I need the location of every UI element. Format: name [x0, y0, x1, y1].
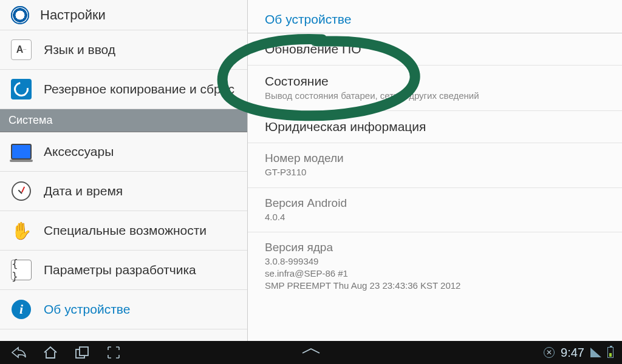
row-value: 4.0.4 — [265, 211, 605, 223]
row-software-update[interactable]: Обновление ПО — [248, 33, 622, 66]
wifi-icon — [590, 348, 601, 357]
sidebar-section-system: Система — [0, 109, 247, 132]
content-area: Настройки A_ Язык и ввод Резервное копир… — [0, 0, 622, 341]
detail-inner: Об устройстве Обновление ПО Состояние Вы… — [248, 0, 622, 301]
clock-text: 9:47 — [561, 346, 584, 360]
clock-icon — [11, 181, 32, 201]
battery-icon — [607, 347, 613, 358]
svg-rect-1 — [80, 347, 88, 356]
row-android-version[interactable]: Версия Android 4.0.4 — [248, 188, 622, 232]
restore-icon — [11, 79, 32, 99]
sync-disabled-icon: ✕ — [544, 347, 555, 358]
navbar-expand-button[interactable] — [299, 347, 323, 358]
sidebar-item-label: Дата и время — [44, 184, 123, 198]
sidebar-item-label: Специальные возможности — [44, 223, 207, 238]
row-subtitle: Вывод состояния батареи, сети и других с… — [265, 90, 605, 102]
screenshot-button[interactable] — [106, 345, 121, 360]
settings-title: Настройки — [40, 7, 106, 23]
navbar-left — [0, 345, 121, 360]
row-model-number[interactable]: Номер модели GT-P3110 — [248, 143, 622, 187]
sidebar-item-label: Язык и ввод — [44, 42, 115, 57]
settings-header: Настройки — [0, 0, 247, 30]
sidebar-item-backup-reset[interactable]: Резервное копирование и сброс — [0, 70, 247, 109]
sidebar-item-accessibility[interactable]: ✋ Специальные возможности — [0, 211, 247, 251]
sidebar-item-language-input[interactable]: A_ Язык и ввод — [0, 30, 247, 70]
detail-pane: Об устройстве Обновление ПО Состояние Вы… — [248, 0, 622, 341]
row-kernel-version[interactable]: Версия ядра 3.0.8-999349 se.infra@SEP-86… — [248, 232, 622, 301]
home-button[interactable] — [43, 345, 58, 360]
sidebar-item-label: Аксессуары — [44, 144, 114, 159]
back-button[interactable] — [11, 345, 27, 360]
row-value: 3.0.8-999349 se.infra@SEP-86 #1 SMP PREE… — [265, 255, 605, 292]
detail-header-label: Об устройстве — [265, 12, 351, 26]
navbar-status-area[interactable]: ✕ 9:47 — [544, 346, 622, 360]
sidebar-item-date-time[interactable]: Дата и время — [0, 172, 247, 211]
info-icon: i — [11, 299, 32, 320]
settings-sidebar: Настройки A_ Язык и ввод Резервное копир… — [0, 0, 248, 341]
row-title: Номер модели — [265, 152, 605, 165]
language-icon: A_ — [11, 39, 32, 60]
row-title: Обновление ПО — [265, 42, 605, 56]
recent-apps-button[interactable] — [74, 345, 90, 360]
detail-header: Об устройстве — [248, 0, 622, 33]
section-label: Система — [9, 114, 53, 127]
hand-icon: ✋ — [11, 220, 32, 241]
sidebar-item-label: Параметры разработчика — [44, 263, 196, 277]
row-legal-info[interactable]: Юридическая информация — [248, 111, 622, 143]
row-title: Состояние — [265, 74, 605, 89]
sidebar-item-label: Об устройстве — [44, 302, 130, 317]
sidebar-item-accessories[interactable]: Аксессуары — [0, 132, 247, 172]
row-title: Юридическая информация — [265, 120, 605, 134]
gear-icon — [11, 6, 29, 24]
row-title: Версия ядра — [265, 241, 605, 254]
sidebar-item-label: Резервное копирование и сброс — [44, 82, 234, 96]
row-title: Версия Android — [265, 197, 605, 210]
sidebar-item-about-device[interactable]: i Об устройстве — [0, 290, 247, 329]
system-navbar: ✕ 9:47 — [0, 341, 622, 364]
row-status[interactable]: Состояние Вывод состояния батареи, сети … — [248, 66, 622, 111]
row-value: GT-P3110 — [265, 166, 605, 178]
braces-icon: { } — [11, 260, 32, 280]
sidebar-item-developer-options[interactable]: { } Параметры разработчика — [0, 251, 247, 290]
screen-icon — [11, 141, 32, 162]
screen: Настройки A_ Язык и ввод Резервное копир… — [0, 0, 622, 364]
